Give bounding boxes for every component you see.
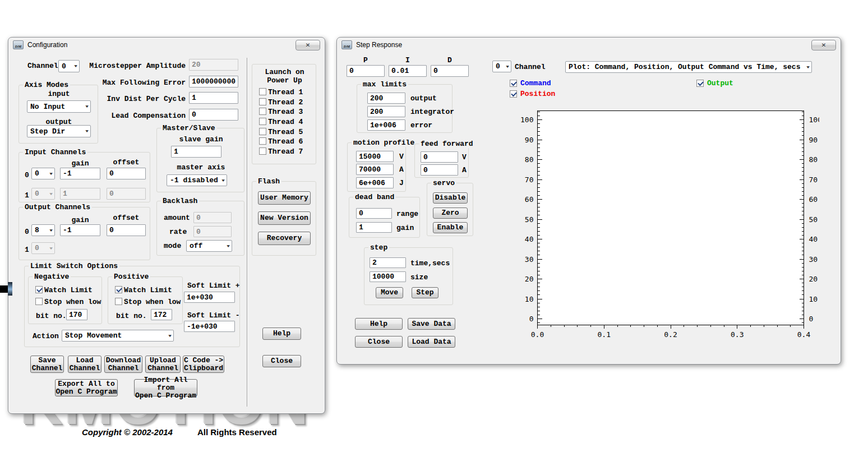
- i-field[interactable]: [389, 65, 427, 77]
- channel-dropdown[interactable]: 0 ▼: [492, 61, 511, 72]
- thread-6-checkbox[interactable]: [259, 137, 266, 145]
- slave-gain-label: slave gain: [157, 135, 245, 144]
- output-row0-gain-field[interactable]: [60, 224, 100, 236]
- servo-zero-button[interactable]: Zero: [433, 207, 468, 219]
- save-channel-button[interactable]: Save Channel: [30, 356, 64, 373]
- slave-gain-field[interactable]: [171, 146, 221, 158]
- inv-dist-per-cycle-field[interactable]: [189, 92, 238, 104]
- thread-3-checkbox[interactable]: [259, 108, 266, 115]
- soft-limit-plus-label: Soft Limit +: [187, 282, 240, 290]
- export-all-button[interactable]: Export All to Open C Program: [55, 379, 118, 396]
- thread-7-checkbox[interactable]: [259, 147, 266, 155]
- user-memory-button[interactable]: User Memory: [258, 191, 311, 205]
- configuration-titlebar[interactable]: DM Configuration ✕: [8, 38, 325, 52]
- velocity-field[interactable]: [356, 151, 394, 162]
- command-checkbox[interactable]: [510, 80, 517, 87]
- input-row0-gain-field[interactable]: [60, 168, 100, 179]
- backlash-group: Backlash amount rate mode off ▼: [156, 201, 244, 256]
- max-error-field[interactable]: [367, 119, 405, 131]
- input-row0-channel-dropdown[interactable]: 0 ▼: [31, 168, 55, 179]
- output-checkbox[interactable]: [696, 80, 704, 87]
- chevron-down-icon: ▼: [49, 191, 53, 196]
- output-row0-channel-dropdown[interactable]: 8 ▼: [31, 224, 55, 236]
- offset-header: offset: [107, 158, 146, 167]
- action-dropdown[interactable]: Stop Movement ▼: [62, 330, 174, 342]
- move-button[interactable]: Move: [376, 287, 403, 298]
- position-checkbox[interactable]: [510, 90, 517, 98]
- thread-5-checkbox[interactable]: [259, 128, 266, 135]
- max-output-field[interactable]: [367, 93, 405, 104]
- acceleration-field[interactable]: [356, 164, 394, 175]
- close-window-button[interactable]: ✕: [811, 40, 836, 50]
- d-field[interactable]: [431, 65, 469, 77]
- backlash-amount-field[interactable]: [193, 212, 232, 223]
- input-row1-gain-field[interactable]: [60, 188, 100, 200]
- axis-input-dropdown[interactable]: No Input ▼: [27, 100, 91, 113]
- step-time-field[interactable]: [370, 257, 406, 268]
- positive-watch-limit-checkbox[interactable]: [115, 286, 122, 293]
- svg-text:0.4: 0.4: [797, 330, 811, 339]
- import-all-button[interactable]: Import All from Open C Program: [134, 379, 197, 396]
- axis-output-dropdown[interactable]: Step Dir ▼: [27, 125, 91, 137]
- negative-bit-no-field[interactable]: [66, 309, 87, 320]
- command-label: Command: [520, 79, 551, 87]
- lead-compensation-field[interactable]: [189, 109, 238, 121]
- input-row1-offset-field[interactable]: [107, 188, 146, 200]
- microstepper-amplitude-field[interactable]: [189, 59, 238, 71]
- step-button[interactable]: Step: [412, 287, 438, 298]
- dead-band-range-field[interactable]: [356, 208, 392, 219]
- thread-2-label: Thread 2: [268, 98, 303, 107]
- negative-watch-limit-checkbox[interactable]: [35, 286, 43, 293]
- output-row1-index: 1: [25, 246, 29, 254]
- copyright-text: Copyright © 2002-2014: [82, 427, 173, 437]
- step-size-field[interactable]: [370, 271, 406, 282]
- step-response-titlebar[interactable]: DM Step Response ✕: [337, 38, 841, 52]
- close-button[interactable]: Close: [355, 336, 403, 348]
- thread-2-checkbox[interactable]: [259, 98, 266, 105]
- servo-disable-button[interactable]: Disable: [433, 192, 468, 204]
- input-row0-offset-field[interactable]: [107, 168, 146, 179]
- thread-4-checkbox[interactable]: [259, 118, 266, 125]
- load-channel-button[interactable]: Load Channel: [68, 356, 101, 373]
- soft-limit-minus-field[interactable]: [184, 321, 235, 332]
- close-button[interactable]: Close: [262, 355, 301, 367]
- jerk-field[interactable]: [356, 177, 394, 188]
- negative-watch-limit-label: Watch Limit: [44, 286, 93, 294]
- input-row1-channel-dropdown[interactable]: 0 ▼: [31, 188, 55, 200]
- feed-forward-group: feed forward V A: [414, 144, 469, 178]
- dead-band-gain-field[interactable]: [356, 222, 392, 233]
- load-data-button[interactable]: Load Data: [408, 336, 455, 348]
- plot-mode-dropdown[interactable]: Plot: Command, Position, Output Command …: [565, 61, 812, 73]
- axis-output-value: Step Dir: [30, 127, 65, 136]
- servo-enable-button[interactable]: Enable: [433, 222, 468, 233]
- backlash-rate-field[interactable]: [193, 226, 232, 237]
- upload-channel-button[interactable]: Upload Channel: [145, 356, 181, 373]
- output-row1-channel-dropdown[interactable]: 0 ▼: [31, 242, 55, 254]
- positive-stop-when-low-checkbox[interactable]: [115, 298, 122, 305]
- new-version-button[interactable]: New Version: [258, 211, 311, 225]
- thread-1-checkbox[interactable]: [259, 88, 266, 95]
- save-data-button[interactable]: Save Data: [408, 318, 455, 330]
- backlash-mode-dropdown[interactable]: off ▼: [186, 240, 232, 252]
- positive-bit-no-field[interactable]: [151, 309, 172, 320]
- recovery-button[interactable]: Recovery: [258, 232, 311, 245]
- servo-group: servo Disable Zero Enable: [427, 183, 473, 236]
- master-axis-dropdown[interactable]: -1 disabled ▼: [167, 174, 227, 186]
- output-channels-group: Output Channels gain offset 0 8 ▼ 1 0 ▼: [19, 207, 150, 260]
- soft-limit-plus-field[interactable]: [184, 292, 235, 303]
- close-window-button[interactable]: ✕: [296, 40, 320, 50]
- output-row0-offset-field[interactable]: [107, 224, 146, 236]
- p-field[interactable]: [347, 65, 385, 77]
- negative-stop-when-low-checkbox[interactable]: [35, 298, 43, 305]
- ff-acceleration-field[interactable]: [421, 164, 458, 176]
- thread-3-label: Thread 3: [268, 108, 303, 116]
- ff-velocity-field[interactable]: [421, 151, 458, 163]
- help-button[interactable]: Help: [355, 318, 403, 330]
- chevron-down-icon: ▼: [49, 246, 53, 250]
- max-integrator-field[interactable]: [367, 106, 405, 117]
- c-code-clipboard-button[interactable]: C Code -> Clipboard: [183, 356, 224, 373]
- help-button[interactable]: Help: [262, 328, 301, 340]
- axis-modes-title: Axis Modes: [23, 81, 70, 89]
- download-channel-button[interactable]: Download Channel: [104, 356, 142, 373]
- max-following-error-field[interactable]: [189, 76, 238, 87]
